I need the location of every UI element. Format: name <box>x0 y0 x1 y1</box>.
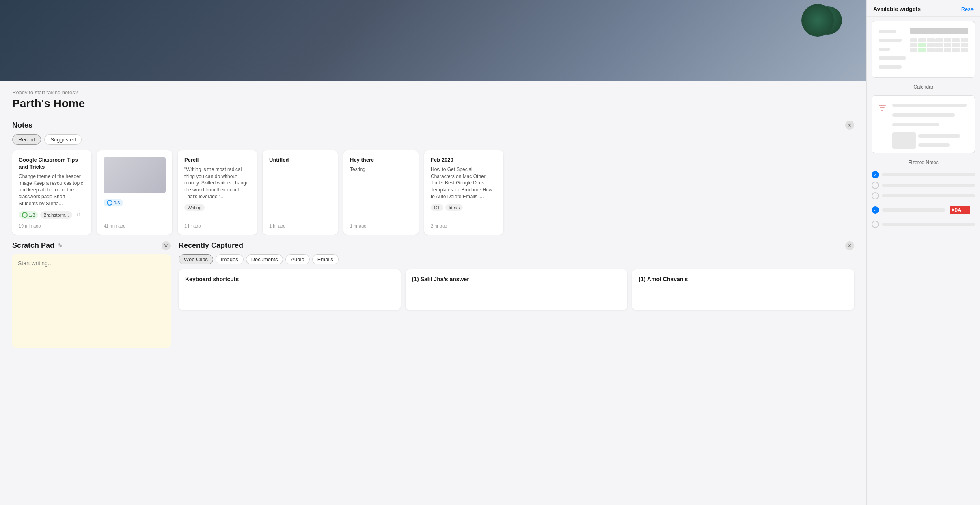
capture-tab-audio[interactable]: Audio <box>285 254 309 264</box>
cal-skel-2 <box>879 39 902 42</box>
svg-text:XDA: XDA <box>952 208 961 212</box>
sidebar-available-widgets-title: Available widgets <box>873 6 921 12</box>
cal-left-col <box>879 28 908 71</box>
capture-tab-images[interactable]: Images <box>216 254 244 264</box>
toggle-radio-5[interactable] <box>872 221 879 228</box>
cal-cell <box>918 38 926 42</box>
scratch-pad-title: Scratch Pad <box>12 241 54 250</box>
cal-cell <box>935 43 943 47</box>
note-card-title: Google Classroom Tips and Tricks <box>19 157 85 171</box>
right-sidebar: Available widgets Rese <box>866 0 980 505</box>
cal-cell <box>961 38 968 42</box>
capture-card-amol[interactable]: (1) Amol Chavan's <box>632 269 854 310</box>
scratch-pad-title-row: Scratch Pad ✎ <box>12 241 63 250</box>
capture-tab-emails[interactable]: Emails <box>312 254 339 264</box>
home-title: Parth's Home <box>12 97 854 110</box>
note-tag-plus: +1 <box>74 211 83 219</box>
filter-icon <box>878 103 887 112</box>
widget-filtered-notes-preview <box>872 95 975 153</box>
scratch-pad-section: Scratch Pad ✎ ✕ <box>12 241 171 498</box>
tab-recent[interactable]: Recent <box>12 134 41 145</box>
note-timestamp-untitled: 1 hr ago <box>269 221 331 228</box>
bottom-section: Scratch Pad ✎ ✕ Recently Captured ✕ Web … <box>0 241 866 505</box>
note-card-thumbnail <box>104 157 166 193</box>
note-card-feb2020[interactable]: Feb 2020 How to Get Special Characters o… <box>424 150 503 235</box>
note-timestamp-feb: 2 hr ago <box>431 221 497 228</box>
filtered-notes-widget-label: Filtered Notes <box>867 157 980 167</box>
toggle-row-4: XDA <box>872 203 975 217</box>
xda-logo-icon: XDA <box>950 206 970 214</box>
note-card-tags-perell: Writing <box>184 204 250 211</box>
cal-skel-4 <box>879 56 906 60</box>
toggle-row-2 <box>872 182 975 189</box>
note-card-body: Change theme of the header image Keep a … <box>19 173 85 207</box>
cal-grid <box>910 38 968 52</box>
calendar-widget-label: Calendar <box>867 82 980 91</box>
note-card-untitled[interactable]: Untitled 1 hr ago <box>263 150 338 235</box>
cal-cell <box>935 38 943 42</box>
note-card-body-perell: "Writing is the most radical thing you c… <box>184 166 250 200</box>
capture-tabs: Web Clips Images Documents Audio Emails <box>179 254 854 264</box>
notes-section: Notes ✕ Recent Suggested Google Classroo… <box>0 114 866 241</box>
filter-icon-col <box>876 102 888 149</box>
scratch-pad-textarea[interactable] <box>12 254 171 348</box>
note-card-title-hey: Hey there <box>350 157 412 164</box>
toggle-checkbox-4[interactable] <box>872 206 879 214</box>
toggle-skel-1 <box>882 173 975 176</box>
tab-suggested[interactable]: Suggested <box>44 134 82 145</box>
filtered-skel-1 <box>892 104 967 107</box>
cal-cell <box>927 48 935 52</box>
note-card-image[interactable]: 0/3 41 min ago <box>97 150 172 235</box>
capture-tab-documents[interactable]: Documents <box>246 254 283 264</box>
note-card-body-feb: How to Get Special Characters on Mac Oth… <box>431 166 497 200</box>
note-card-hey-there[interactable]: Hey there Testing 1 hr ago <box>343 150 419 235</box>
note-card-tags: 1/3 Brainstorm... +1 <box>19 211 85 219</box>
note-card-title-untitled: Untitled <box>269 157 331 164</box>
toggle-radio-3[interactable] <box>872 192 879 199</box>
note-card-perell[interactable]: Perell "Writing is the most radical thin… <box>178 150 257 235</box>
toggle-section: XDA <box>872 171 975 228</box>
hero-evernote-cup: e <box>814 6 842 35</box>
cal-cell <box>944 43 952 47</box>
cal-cell <box>935 48 943 52</box>
toggle-radio-2[interactable] <box>872 182 879 189</box>
widget-calendar-preview <box>872 21 975 78</box>
cal-skel-1 <box>879 30 896 33</box>
note-timestamp: 19 min ago <box>19 221 85 228</box>
filtered-widget-inner <box>876 100 971 149</box>
cal-cell <box>952 48 960 52</box>
scratch-pad-edit-button[interactable]: ✎ <box>58 242 63 249</box>
toggle-row-4-content: XDA <box>882 203 975 217</box>
cal-skel-3 <box>879 48 890 51</box>
cal-header-block <box>910 28 968 34</box>
cal-cell <box>927 38 935 42</box>
cal-cell <box>952 38 960 42</box>
note-card-body-hey: Testing <box>350 166 412 173</box>
note-card-title-perell: Perell <box>184 157 250 164</box>
cal-cell-highlight2 <box>918 48 926 52</box>
note-tag-brainstorm: Brainstorm... <box>40 211 72 219</box>
recently-captured-header: Recently Captured ✕ <box>179 241 854 250</box>
recently-captured-close-button[interactable]: ✕ <box>845 241 854 250</box>
note-timestamp-2: 41 min ago <box>104 221 166 228</box>
toggle-skel-4 <box>882 208 945 212</box>
capture-tab-webclips[interactable]: Web Clips <box>179 254 213 264</box>
home-subtitle: Ready to start taking notes? <box>12 89 854 95</box>
note-card-google-classroom[interactable]: Google Classroom Tips and Tricks Change … <box>12 150 91 235</box>
cal-cell <box>944 48 952 52</box>
toggle-checkbox-1[interactable] <box>872 171 879 178</box>
capture-card-keyboard[interactable]: Keyboard shortcuts <box>179 269 401 310</box>
filtered-skel-5 <box>918 143 950 147</box>
toggle-row-5 <box>872 221 975 228</box>
filtered-skel-3 <box>892 123 939 126</box>
notes-close-button[interactable]: ✕ <box>845 121 854 130</box>
sidebar-reset-button[interactable]: Rese <box>961 6 974 12</box>
progress-icon-2 <box>107 200 112 206</box>
scratch-pad-close-button[interactable]: ✕ <box>162 241 171 250</box>
toggle-row-3 <box>872 192 975 199</box>
note-tag-ideas: Ideas <box>445 204 463 211</box>
capture-card-salil[interactable]: (1) Salil Jha's answer <box>406 269 628 310</box>
note-timestamp-perell: 1 hr ago <box>184 221 250 228</box>
progress-icon <box>22 212 28 218</box>
scratch-pad-header: Scratch Pad ✎ ✕ <box>12 241 171 250</box>
